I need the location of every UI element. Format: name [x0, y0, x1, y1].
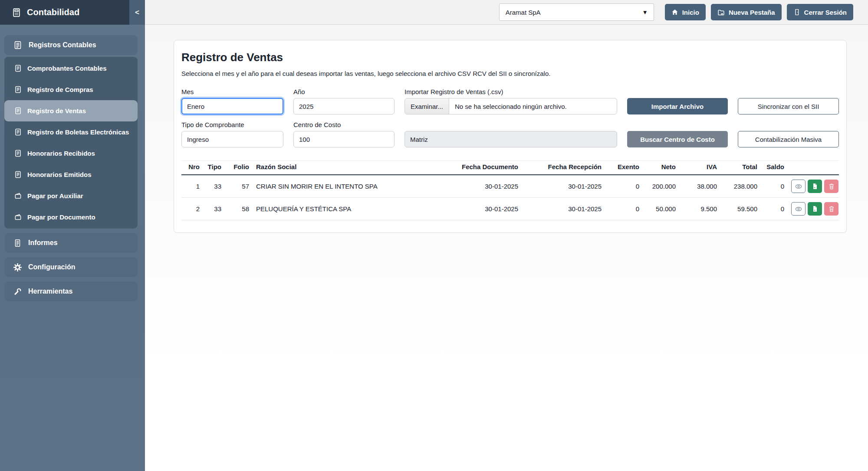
sidebar-item-honorarios-recibidos[interactable]: Honorarios Recibidos [4, 143, 138, 164]
eye-icon [795, 183, 802, 190]
importar-archivo-button[interactable]: Importar Archivo [627, 98, 728, 114]
cell-fecha-documento: 30-01-2025 [456, 175, 522, 198]
wrench-icon [13, 288, 22, 296]
app-brand: Contabilidad [0, 0, 129, 25]
sidebar-item-registro-de-boletas[interactable]: Registro de Boletas Electrónicas [4, 121, 138, 143]
journal-icon [14, 171, 22, 178]
trash-icon [829, 206, 835, 212]
document-row-button[interactable] [808, 180, 822, 193]
content-area: Registro de Ventas Selecciona el mes y e… [145, 25, 868, 471]
main-area: Aramat SpA ▼ Inicio Nueva Pestaña [145, 0, 868, 471]
sidebar-header: Contabilidad < [0, 0, 145, 25]
view-row-button[interactable] [791, 202, 806, 216]
table-row: 1 33 57 CRIAR SIN MORIR EN EL INTENTO SP… [181, 175, 839, 198]
sidebar-item-label: Registro de Ventas [27, 107, 86, 114]
cell-fecha-recepcion: 30-01-2025 [522, 175, 605, 198]
col-fecha-recepcion: Fecha Recepción [522, 161, 605, 175]
col-actions [788, 161, 839, 175]
page-subtitle: Selecciona el mes y el año para el cual … [181, 70, 839, 77]
journal-icon [14, 150, 22, 157]
col-saldo: Saldo [761, 161, 788, 175]
company-select-value: Aramat SpA [506, 9, 541, 16]
new-tab-button[interactable]: Nueva Pestaña [711, 4, 782, 20]
view-row-button[interactable] [791, 180, 806, 193]
anio-input[interactable] [293, 98, 395, 114]
anio-label: Año [293, 88, 395, 95]
topbar: Aramat SpA ▼ Inicio Nueva Pestaña [145, 0, 868, 25]
csv-file-input[interactable]: Examinar... No se ha seleccionado ningún… [404, 98, 617, 114]
sincronizar-sii-button[interactable]: Sincronizar con el SII [738, 98, 839, 114]
col-neto: Neto [643, 161, 679, 175]
sidebar-group-configuracion[interactable]: Configuración [4, 257, 138, 277]
sidebar-item-label: Honorarios Recibidos [27, 150, 95, 157]
chevron-down-icon: ▼ [642, 9, 648, 16]
home-button-label: Inicio [682, 9, 699, 16]
col-folio: Folio [225, 161, 253, 175]
col-exento: Exento [605, 161, 643, 175]
contabilizacion-masiva-button[interactable]: Contabilización Masiva [738, 131, 839, 147]
delete-row-button[interactable] [824, 180, 838, 193]
sidebar-item-registro-de-compras[interactable]: Registro de Compras [4, 79, 138, 100]
sidebar-collapse-button[interactable]: < [129, 0, 145, 25]
sidebar-group-herramientas[interactable]: Herramientas [4, 281, 138, 301]
cell-actions [788, 198, 839, 220]
import-form: Mes Año Importar Registro de Ventas (.cs… [181, 88, 839, 147]
cell-neto: 200.000 [643, 175, 679, 198]
wallet-icon [14, 192, 22, 200]
sidebar-group-label: Informes [28, 239, 58, 247]
sidebar-group-informes[interactable]: Informes [4, 233, 138, 253]
sidebar-item-comprobantes-contables[interactable]: Comprobantes Contables [4, 58, 138, 79]
registro-ventas-card: Registro de Ventas Selecciona el mes y e… [174, 40, 847, 233]
cell-nro: 2 [181, 198, 203, 220]
col-nro: Nro [181, 161, 203, 175]
sidebar-group-label: Configuración [28, 263, 75, 271]
sidebar-item-honorarios-emitidos[interactable]: Honorarios Emitidos [4, 164, 138, 185]
sidebar-group-label: Herramientas [28, 288, 72, 295]
centro-costo-label: Centro de Costo [293, 121, 395, 128]
journal-icon [14, 128, 22, 136]
cell-tipo: 33 [203, 175, 225, 198]
mes-input[interactable] [181, 98, 283, 114]
eye-icon [795, 206, 802, 212]
sidebar-item-registro-de-ventas[interactable]: Registro de Ventas [4, 100, 138, 121]
sidebar-item-pagar-por-documento[interactable]: Pagar por Documento [4, 206, 138, 228]
sidebar-item-label: Registro de Boletas Electrónicas [27, 128, 129, 136]
journal-icon [14, 65, 22, 72]
trash-icon [829, 183, 835, 190]
document-row-button[interactable] [808, 202, 822, 216]
cell-neto: 50.000 [643, 198, 679, 220]
cell-iva: 38.000 [679, 175, 720, 198]
logout-button[interactable]: Cerrar Sesión [787, 4, 853, 20]
sidebar: Contabilidad < Registros Contables Compr… [0, 0, 145, 471]
new-tab-icon [717, 9, 725, 16]
no-file-text: No se ha seleccionado ningún archivo. [449, 103, 572, 110]
sidebar-item-pagar-por-auxiliar[interactable]: Pagar por Auxiliar [4, 185, 138, 206]
cell-exento: 0 [605, 175, 643, 198]
home-button[interactable]: Inicio [665, 4, 706, 20]
sidebar-group-label: Registros Contables [29, 41, 96, 49]
sidebar-submenu-registros: Comprobantes Contables Registro de Compr… [4, 57, 138, 229]
buscar-centro-costo-button[interactable]: Buscar Centro de Costo [627, 131, 728, 147]
csv-label: Importar Registro de Ventas (.csv) [404, 88, 617, 95]
cell-actions [788, 175, 839, 198]
tipo-comprobante-label: Tipo de Comprobante [181, 121, 283, 128]
cell-total: 238.000 [720, 175, 761, 198]
cell-fecha-recepcion: 30-01-2025 [522, 198, 605, 220]
col-iva: IVA [679, 161, 720, 175]
col-total: Total [720, 161, 761, 175]
sidebar-group-registros-contables[interactable]: Registros Contables [4, 35, 138, 55]
browse-button[interactable]: Examinar... [405, 98, 449, 114]
centro-costo-input[interactable] [293, 131, 395, 147]
table-row: 2 33 58 PELUQUERÍA Y ESTÉTICA SPA 30-01-… [181, 198, 839, 220]
app-window: Contabilidad < Registros Contables Compr… [0, 0, 868, 471]
file-icon [812, 183, 818, 190]
delete-row-button[interactable] [824, 202, 838, 216]
company-select[interactable]: Aramat SpA ▼ [499, 3, 654, 21]
journal-icon [13, 41, 22, 49]
sidebar-item-label: Registro de Compras [27, 86, 93, 93]
sidebar-item-label: Pagar por Documento [27, 213, 95, 221]
logout-button-label: Cerrar Sesión [804, 9, 847, 16]
cell-folio: 57 [225, 175, 253, 198]
tipo-comprobante-input[interactable] [181, 131, 283, 147]
col-razon-social: Razón Social [253, 161, 456, 175]
